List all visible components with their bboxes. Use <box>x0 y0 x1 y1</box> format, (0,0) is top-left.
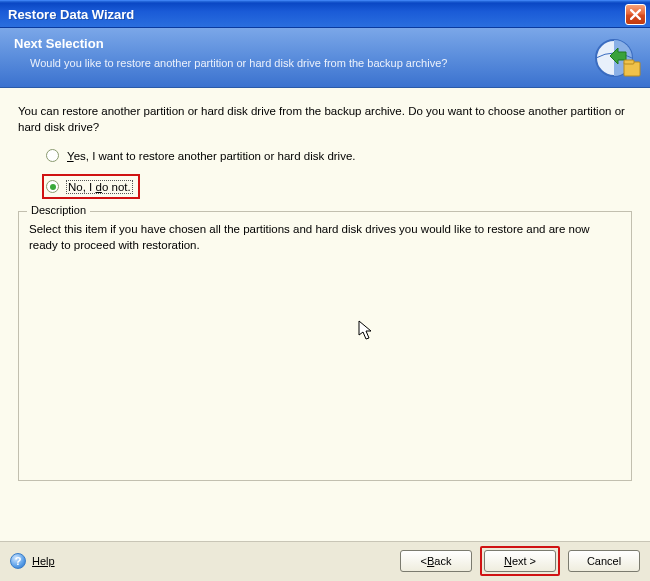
intro-text: You can restore another partition or har… <box>18 104 632 135</box>
help-icon: ? <box>10 553 26 569</box>
next-button[interactable]: Next > <box>484 550 556 572</box>
description-legend: Description <box>27 204 90 216</box>
radio-icon <box>46 180 59 193</box>
button-row: < Back Next > Cancel <box>400 546 640 576</box>
option-no[interactable]: No, I do not. <box>42 174 140 199</box>
cancel-button[interactable]: Cancel <box>568 550 640 572</box>
title-bar: Restore Data Wizard <box>0 0 650 28</box>
window-title: Restore Data Wizard <box>8 7 134 22</box>
radio-icon <box>46 149 59 162</box>
help-area[interactable]: ? Help <box>10 553 55 569</box>
description-box: Description Select this item if you have… <box>18 211 632 481</box>
wizard-header: Next Selection Would you like to restore… <box>0 28 650 88</box>
option-group: Yes, I want to restore another partition… <box>18 149 632 199</box>
wizard-footer: ? Help < Back Next > Cancel <box>0 542 650 580</box>
header-subtitle: Would you like to restore another partit… <box>14 57 636 69</box>
header-title: Next Selection <box>14 36 636 51</box>
close-icon <box>630 9 641 20</box>
description-text: Select this item if you have chosen all … <box>29 222 621 253</box>
next-highlight: Next > <box>480 546 560 576</box>
option-yes[interactable]: Yes, I want to restore another partition… <box>46 149 632 162</box>
help-link[interactable]: Help <box>32 555 55 567</box>
option-yes-label: Yes, I want to restore another partition… <box>67 150 356 162</box>
wizard-content: You can restore another partition or har… <box>0 88 650 542</box>
back-button[interactable]: < Back <box>400 550 472 572</box>
svg-rect-2 <box>624 60 634 64</box>
wizard-icon <box>594 34 642 82</box>
close-button[interactable] <box>625 4 646 25</box>
option-no-label: No, I do not. <box>67 181 132 193</box>
